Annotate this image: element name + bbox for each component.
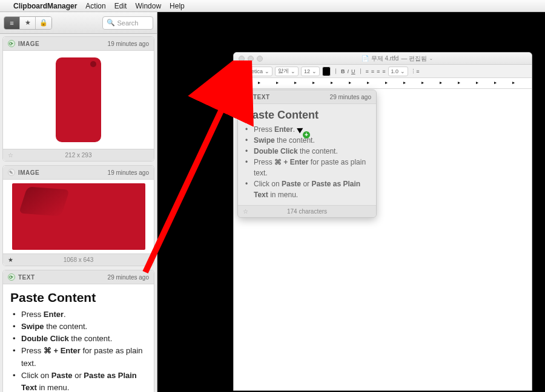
clip-footer: ☆ 212 x 293	[3, 149, 154, 161]
list-view-button[interactable]: ≡	[4, 17, 20, 29]
star-icon[interactable]: ★	[8, 256, 13, 263]
star-icon[interactable]: ☆	[8, 152, 13, 158]
format-toolbar: Helvetica⌄ 얇게⌄ 12⌄ ｜ B I U ｜ ≡ ≡ ≡ ≡ 1.0…	[234, 65, 532, 78]
align-justify-button[interactable]: ≡	[382, 68, 385, 74]
document-title: 무제 4.rtfd	[371, 54, 399, 63]
clip-age: 29 minutes ago	[108, 274, 149, 281]
clip-text-content: Paste Content Press Enter. Swipe the con…	[3, 284, 154, 392]
zoom-window-button[interactable]	[257, 56, 263, 62]
menu-help[interactable]: Help	[170, 2, 185, 10]
clip-type-label: TEXT	[18, 274, 35, 281]
clip-list[interactable]: ⟳IMAGE 19 minutes ago ☆ 212 x 293 ✎IMAGE…	[0, 34, 157, 392]
clip-header: ⟳TEXT 29 minutes ago	[3, 270, 154, 284]
font-family-select[interactable]: Helvetica⌄	[237, 67, 272, 76]
clip-type-label: TEXT	[253, 94, 270, 100]
product-image	[36, 54, 121, 145]
minimize-window-button[interactable]	[248, 56, 254, 62]
clip-title: Paste Content	[10, 290, 147, 305]
clip-header: ✎IMAGE 19 minutes ago	[3, 166, 154, 180]
title-dropdown-icon[interactable]: ⌄	[429, 56, 433, 61]
system-menubar: ClipboardManager Action Edit Window Help	[0, 0, 545, 12]
document-icon: 📄	[362, 55, 369, 62]
line-spacing-select[interactable]: 1.0⌄	[388, 67, 409, 76]
clip-type-label: IMAGE	[18, 169, 39, 176]
clip-thumbnail	[3, 51, 154, 149]
clip-footer: ★ 1068 x 643	[3, 253, 154, 266]
toolbar-separator: ｜	[333, 67, 339, 75]
favorites-view-button[interactable]: ★	[20, 17, 36, 29]
app-name[interactable]: ClipboardManager	[13, 2, 77, 10]
search-icon: 🔍	[107, 19, 115, 27]
clip-type-label: IMAGE	[18, 41, 39, 47]
clip-age: 29 minutes ago	[330, 94, 371, 100]
clip-item-image-2[interactable]: ✎IMAGE 19 minutes ago ★ 1068 x 643	[2, 165, 154, 266]
clip-age: 19 minutes ago	[108, 41, 149, 47]
type-badge-icon: ⟳	[8, 40, 15, 47]
align-right-button[interactable]: ≡	[377, 68, 380, 74]
close-window-button[interactable]	[239, 56, 245, 62]
view-segmented-control[interactable]: ≡ ★ 🔒	[4, 16, 52, 30]
lock-view-button[interactable]: 🔒	[36, 17, 51, 29]
type-badge-icon: ⟳	[243, 93, 250, 100]
type-badge-icon: ✎	[8, 169, 15, 176]
type-badge-icon: ⟳	[8, 273, 15, 281]
menu-action[interactable]: Action	[85, 2, 105, 10]
clip-header: ⟳IMAGE 19 minutes ago	[3, 37, 154, 51]
drag-preview-card: ⟳TEXT 29 minutes ago Paste Content Press…	[237, 90, 377, 218]
bold-button[interactable]: B	[341, 68, 345, 74]
font-style-select[interactable]: 얇게⌄	[275, 67, 299, 76]
clip-dimensions: 212 x 293	[65, 152, 92, 158]
text-color-button[interactable]	[322, 67, 331, 76]
window-controls[interactable]	[239, 56, 263, 62]
search-field[interactable]: 🔍 Search	[102, 16, 154, 30]
font-size-select[interactable]: 12⌄	[301, 67, 320, 76]
menu-window[interactable]: Window	[135, 2, 161, 10]
align-left-button[interactable]: ≡	[366, 68, 369, 74]
underline-button[interactable]: U	[351, 68, 355, 74]
clip-item-text[interactable]: ⟳TEXT 29 minutes ago Paste Content Press…	[2, 270, 154, 392]
star-icon: ☆	[243, 208, 248, 215]
italic-button[interactable]: I	[348, 68, 349, 74]
document-status: — 편집됨	[401, 54, 427, 63]
clipboard-toolbar: ≡ ★ 🔒 🔍 Search	[0, 12, 157, 34]
clipboard-panel: ≡ ★ 🔒 🔍 Search ⟳IMAGE 19 minutes ago ☆ 2	[0, 12, 157, 392]
search-placeholder: Search	[117, 19, 139, 27]
clip-item-image-1[interactable]: ⟳IMAGE 19 minutes ago ☆ 212 x 293	[2, 36, 154, 162]
clip-charcount: 174 characters	[287, 208, 327, 215]
window-titlebar[interactable]: 📄 무제 4.rtfd — 편집됨 ⌄	[234, 53, 532, 65]
clip-dimensions: 1068 x 643	[64, 256, 94, 263]
align-center-button[interactable]: ≡	[371, 68, 374, 74]
clip-title: Paste Content	[245, 109, 369, 122]
clip-thumbnail	[3, 180, 154, 253]
clip-age: 19 minutes ago	[108, 169, 149, 176]
menu-edit[interactable]: Edit	[114, 2, 127, 10]
product-image	[12, 183, 145, 250]
ruler[interactable]: ▸▸▸▸▸▸▸▸▸▸▸▸▸▸▸▸	[234, 78, 532, 89]
list-button[interactable]: ⋮≡	[411, 68, 419, 74]
toolbar-separator: ｜	[358, 67, 363, 75]
